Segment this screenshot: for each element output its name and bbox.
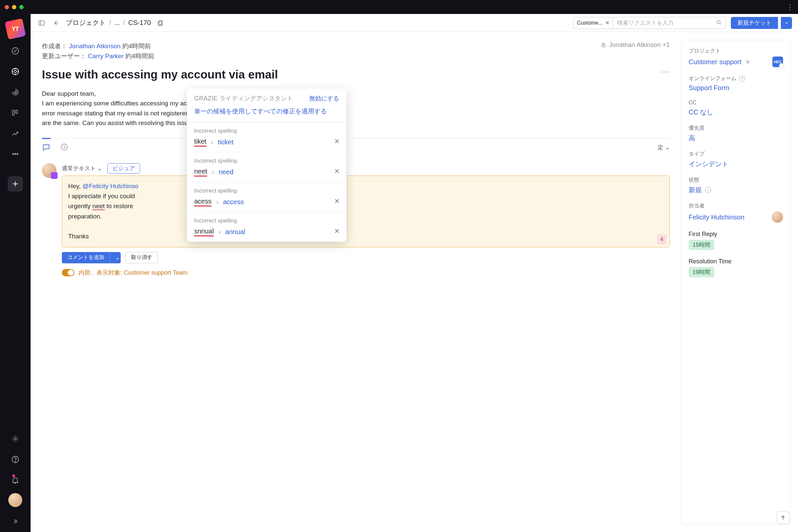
nav-notifications-icon[interactable] — [8, 473, 23, 488]
info-icon[interactable]: i — [705, 187, 711, 193]
search-icon[interactable] — [712, 19, 726, 26]
suggestion-correct[interactable]: need — [219, 168, 234, 176]
copy-id-icon[interactable] — [156, 18, 166, 28]
app-shell: YT プロジェクト / ... / CS-170 — [0, 14, 798, 532]
add-comment-dropdown[interactable]: ⌄ — [110, 252, 121, 263]
nav-board-icon[interactable] — [8, 105, 23, 120]
suggestion-category: Incorrect spelling — [194, 217, 339, 224]
error-count-badge[interactable]: 4 — [657, 234, 667, 244]
zoom-window-button[interactable] — [19, 5, 24, 9]
dismiss-icon[interactable]: ✕ — [334, 167, 340, 175]
content-column: プロジェクト / ... / CS-170 Custome... ✕ 新規チケッ… — [31, 14, 798, 532]
app-logo[interactable]: YT — [5, 18, 26, 40]
tab-history[interactable] — [60, 139, 69, 156]
grazie-suggestion[interactable]: Incorrect spelling snnual›annual ✕ — [187, 212, 346, 242]
dismiss-icon[interactable]: ✕ — [334, 227, 340, 235]
nav-checklist-icon[interactable] — [8, 43, 23, 58]
activity-tabs: 定 ⌄ — [42, 138, 670, 157]
search-container: Custome... ✕ — [573, 17, 726, 29]
field-online-form[interactable]: オンラインフォーム ? Support Form — [689, 75, 783, 92]
arrow-icon: › — [212, 168, 214, 176]
tab-comments[interactable] — [42, 138, 51, 157]
breadcrumb-mid[interactable]: ... — [114, 19, 120, 26]
field-cc[interactable]: CC CC なし — [689, 100, 783, 117]
suggestion-category: Incorrect spelling — [194, 128, 339, 134]
text-style-selector[interactable]: 通常テキスト ⌄ — [62, 165, 102, 172]
titlebar-more-icon[interactable]: ⋮ — [787, 3, 793, 11]
grazie-suggestion[interactable]: Incorrect spelling acess›access ✕ — [187, 182, 346, 212]
grazie-popover: GRAZIE ライティングアシスタント 無効にする 単一の候補を使用してすべての… — [187, 89, 346, 242]
suggestion-correct[interactable]: ticket — [218, 138, 233, 146]
field-priority[interactable]: 優先度 高 — [689, 125, 783, 142]
field-type[interactable]: タイプ インシデント — [689, 151, 783, 169]
nav-settings-icon[interactable] — [8, 431, 23, 446]
close-window-button[interactable] — [5, 5, 9, 9]
nav-more-icon[interactable] — [8, 146, 23, 162]
nav-expand-icon[interactable] — [12, 514, 19, 532]
field-value: Support Form — [689, 84, 783, 92]
panel-toggle-icon[interactable] — [37, 18, 46, 28]
svg-point-7 — [15, 153, 16, 154]
suggestion-correct[interactable]: annual — [225, 228, 245, 236]
nav-add-button[interactable] — [8, 176, 23, 191]
scroll-to-top-button[interactable] — [777, 511, 790, 524]
search-input[interactable] — [613, 20, 712, 26]
created-by-link[interactable]: Jonathan Atkinson — [69, 42, 120, 50]
field-project[interactable]: プロジェクト Customer support HEC — [689, 48, 783, 67]
breadcrumb-projects[interactable]: プロジェクト — [66, 18, 106, 27]
svg-point-3 — [15, 92, 16, 92]
nav-user-avatar[interactable] — [8, 493, 22, 507]
suggestion-incorrect: acess — [194, 197, 211, 207]
minimize-window-button[interactable] — [12, 5, 16, 9]
grazie-disable-link[interactable]: 無効にする — [309, 94, 339, 102]
field-label: オンラインフォーム ? — [689, 75, 783, 82]
nav-radar-icon[interactable] — [8, 84, 23, 100]
created-label: 作成者： — [42, 42, 67, 50]
grazie-suggestion[interactable]: Incorrect spelling tiket›ticket ✕ — [187, 122, 346, 152]
gear-icon[interactable] — [745, 59, 751, 65]
svg-point-9 — [14, 438, 17, 440]
nav-support-icon[interactable] — [8, 64, 23, 79]
grazie-suggestion[interactable]: Incorrect spelling neet›need ✕ — [187, 152, 346, 182]
svg-rect-16 — [602, 44, 605, 47]
ticket-more-icon[interactable]: … — [661, 64, 670, 75]
grazie-apply-all-link[interactable]: 単一の候補を使用してすべての修正を適用する — [187, 107, 346, 122]
add-comment-button[interactable]: コメントを追加 — [62, 252, 110, 263]
comment-editor[interactable]: Hey, @Felicity Hutchinso I appreciate if… — [62, 175, 670, 247]
chip-remove-icon[interactable]: ✕ — [605, 20, 609, 26]
field-label: CC — [689, 100, 783, 106]
dismiss-icon[interactable]: ✕ — [334, 197, 340, 205]
spelling-error[interactable]: neet — [92, 203, 105, 210]
suggestion-category: Incorrect spelling — [194, 188, 339, 194]
field-label: タイプ — [689, 151, 783, 158]
project-badge: HEC — [773, 57, 783, 67]
window-titlebar: ⋮ — [0, 0, 798, 14]
mention-user[interactable]: @Felicity Hutchinso — [82, 183, 138, 190]
internal-toggle[interactable] — [62, 269, 75, 276]
nav-help-icon[interactable] — [8, 452, 23, 467]
search-filter-chip[interactable]: Custome... ✕ — [573, 17, 613, 28]
arrow-icon: › — [216, 198, 218, 206]
field-state[interactable]: 状態 新規 i — [689, 176, 783, 194]
new-ticket-dropdown[interactable] — [781, 17, 792, 29]
field-assignee[interactable]: 担当者 Felicity Hutchinson — [689, 203, 783, 223]
new-ticket-button[interactable]: 新規チケット — [731, 17, 778, 29]
editor-text: urgently — [68, 203, 92, 209]
breadcrumb-ticket-id[interactable]: CS-170 — [128, 19, 151, 26]
arrow-icon: › — [211, 138, 213, 146]
visibility-info[interactable]: Jonathan Atkinson +1 — [601, 41, 670, 49]
editor-mode-chip[interactable]: ビジュア — [108, 163, 140, 174]
suggestion-correct[interactable]: access — [223, 198, 244, 206]
svg-rect-14 — [158, 21, 161, 25]
svg-point-15 — [717, 20, 720, 24]
back-icon[interactable] — [51, 18, 61, 28]
breadcrumb: プロジェクト / ... / CS-170 — [66, 18, 151, 27]
visibility-row: 内部、表示対象: Customer support Team — [62, 269, 670, 277]
updated-by-link[interactable]: Carry Parker — [88, 53, 124, 59]
help-icon[interactable]: ? — [739, 76, 745, 82]
nav-reports-icon[interactable] — [8, 126, 23, 141]
cancel-button[interactable]: 取り消す — [125, 252, 158, 263]
dismiss-icon[interactable]: ✕ — [334, 137, 340, 145]
tab-sort[interactable]: 定 ⌄ — [658, 140, 670, 155]
ticket-title: Issue with accessing my account via emai… — [42, 68, 670, 81]
